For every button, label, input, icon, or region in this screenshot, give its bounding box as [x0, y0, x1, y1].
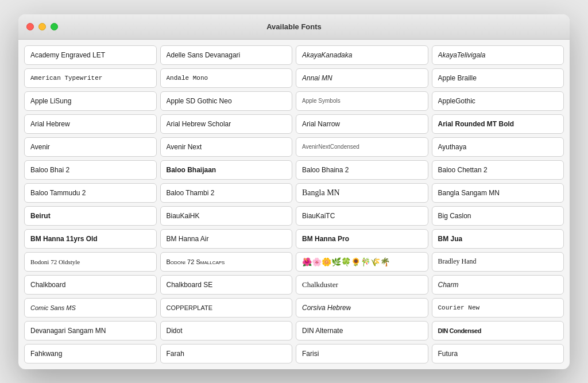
font-item[interactable]: AkayaKanadaka: [296, 45, 428, 65]
font-label: BiauKaiTC: [302, 212, 335, 220]
font-item[interactable]: Andale Mono: [160, 68, 293, 88]
font-label: Didot: [167, 327, 183, 335]
font-item[interactable]: BiauKaiHK: [160, 206, 293, 226]
font-item[interactable]: AkayaTelivigala: [432, 45, 564, 65]
font-item[interactable]: Apple Braille: [432, 68, 564, 88]
font-item[interactable]: Devanagari Sangam MN: [24, 321, 157, 341]
font-item[interactable]: Chalkboard SE: [160, 275, 293, 295]
font-item[interactable]: Baloo Bhaina 2: [296, 160, 428, 180]
window-title: Available Fonts: [266, 22, 322, 31]
font-item[interactable]: Avenir: [24, 137, 157, 157]
font-item[interactable]: Arial Hebrew Scholar: [160, 114, 293, 134]
font-item[interactable]: BM Jua: [432, 229, 564, 249]
font-label: Apple Symbols: [302, 98, 341, 104]
font-label: Chalkduster: [302, 280, 338, 289]
font-item[interactable]: DIN Alternate: [296, 321, 428, 341]
maximize-button[interactable]: [51, 23, 58, 30]
font-label: Arial Hebrew Scholar: [167, 120, 231, 128]
font-item[interactable]: Beirut: [24, 206, 157, 226]
font-item[interactable]: Corsiva Hebrew: [296, 298, 428, 318]
font-item[interactable]: Baloo Chettan 2: [432, 160, 564, 180]
font-item[interactable]: Fahkwang: [24, 344, 157, 363]
font-label: Apple LiSung: [30, 97, 71, 105]
main-window: Available Fonts Academy Engraved LETAdel…: [18, 14, 570, 369]
font-label: Farisi: [302, 350, 319, 358]
font-item[interactable]: Baloo Bhaijaan: [160, 160, 293, 180]
font-item[interactable]: DIN Condensed: [432, 321, 564, 341]
font-item[interactable]: Ayuthaya: [432, 137, 564, 157]
font-item[interactable]: Baloo Bhai 2: [24, 160, 157, 180]
font-item[interactable]: Bangla MN: [296, 183, 428, 203]
font-item[interactable]: Comic Sans MS: [24, 298, 157, 318]
font-label: Baloo Bhaijaan: [167, 166, 216, 174]
font-item[interactable]: Chalkboard: [24, 275, 157, 295]
font-grid: Academy Engraved LETAdelle Sans Devanaga…: [24, 45, 564, 363]
font-label: DIN Alternate: [302, 327, 343, 335]
font-item[interactable]: BiauKaiTC: [296, 206, 428, 226]
font-item[interactable]: Baloo Thambi 2: [160, 183, 293, 203]
font-item[interactable]: Baloo Tammudu 2: [24, 183, 157, 203]
font-item[interactable]: AvenirNextCondensed: [296, 137, 428, 157]
font-item[interactable]: Farah: [160, 344, 293, 363]
font-item[interactable]: Big Caslon: [432, 206, 564, 226]
font-item[interactable]: Chalkduster: [296, 275, 428, 295]
font-label: Fahkwang: [30, 350, 62, 358]
font-item[interactable]: Bangla Sangam MN: [432, 183, 564, 203]
font-item[interactable]: American Typewriter: [24, 68, 157, 88]
font-item[interactable]: AppleGothic: [432, 91, 564, 111]
font-label: AkayaKanadaka: [302, 51, 352, 59]
font-label: Avenir: [30, 143, 50, 151]
font-item[interactable]: Apple Symbols: [296, 91, 428, 111]
font-item[interactable]: COPPERPLATE: [160, 298, 293, 318]
font-label: Baloo Bhaina 2: [302, 166, 349, 174]
font-label: BM Hanna Pro: [302, 235, 349, 243]
font-label: COPPERPLATE: [167, 304, 213, 311]
font-label: Arial Narrow: [302, 120, 340, 128]
close-button[interactable]: [26, 23, 34, 30]
font-label: Devanagari Sangam MN: [30, 327, 106, 335]
font-label: DIN Condensed: [438, 327, 481, 334]
font-item[interactable]: Bradley Hand: [432, 252, 564, 272]
font-label: Andale Mono: [167, 75, 208, 82]
font-label: Avenir Next: [167, 143, 202, 151]
font-item[interactable]: Didot: [160, 321, 293, 341]
font-label: Big Caslon: [438, 212, 471, 220]
font-item[interactable]: Arial Rounded MT Bold: [432, 114, 564, 134]
font-label: BiauKaiHK: [167, 212, 200, 220]
font-label: 🌺🌸🌼🌿🍀🌻🎋🌾🌴: [302, 257, 390, 266]
minimize-button[interactable]: [38, 23, 46, 30]
traffic-lights: [26, 23, 58, 30]
font-item[interactable]: Annai MN: [296, 68, 428, 88]
font-label: BM Hanna Air: [167, 235, 209, 243]
font-label: BM Jua: [438, 235, 463, 243]
font-label: Beirut: [30, 212, 51, 220]
font-item[interactable]: 🌺🌸🌼🌿🍀🌻🎋🌾🌴: [296, 252, 428, 272]
font-label: Courier New: [438, 304, 480, 311]
font-label: Adelle Sans Devanagari: [167, 51, 241, 59]
font-item[interactable]: Bodoni 72 Oldstyle: [24, 252, 157, 272]
font-label: Ayuthaya: [438, 143, 467, 151]
font-item[interactable]: Apple SD Gothic Neo: [160, 91, 293, 111]
font-item[interactable]: BM Hanna Air: [160, 229, 293, 249]
font-item[interactable]: Bodoni 72 Smallcaps: [160, 252, 293, 272]
titlebar: Available Fonts: [18, 14, 570, 40]
font-label: Academy Engraved LET: [30, 51, 105, 59]
font-item[interactable]: Farisi: [296, 344, 428, 363]
font-item[interactable]: Adelle Sans Devanagari: [160, 45, 293, 65]
font-item[interactable]: BM Hanna 11yrs Old: [24, 229, 157, 249]
font-label: Baloo Bhai 2: [30, 166, 69, 174]
font-list-container[interactable]: Academy Engraved LETAdelle Sans Devanaga…: [18, 40, 570, 369]
font-item[interactable]: Avenir Next: [160, 137, 293, 157]
font-label: Bangla MN: [302, 188, 340, 198]
font-label: Chalkboard SE: [167, 281, 213, 289]
font-item[interactable]: Courier New: [432, 298, 564, 318]
font-item[interactable]: BM Hanna Pro: [296, 229, 428, 249]
font-item[interactable]: Futura: [432, 344, 564, 363]
font-item[interactable]: Academy Engraved LET: [24, 45, 157, 65]
font-label: Chalkboard: [30, 281, 65, 289]
font-item[interactable]: Apple LiSung: [24, 91, 157, 111]
font-label: Annai MN: [302, 74, 332, 82]
font-item[interactable]: Arial Narrow: [296, 114, 428, 134]
font-item[interactable]: Arial Hebrew: [24, 114, 157, 134]
font-item[interactable]: Charm: [432, 275, 564, 295]
